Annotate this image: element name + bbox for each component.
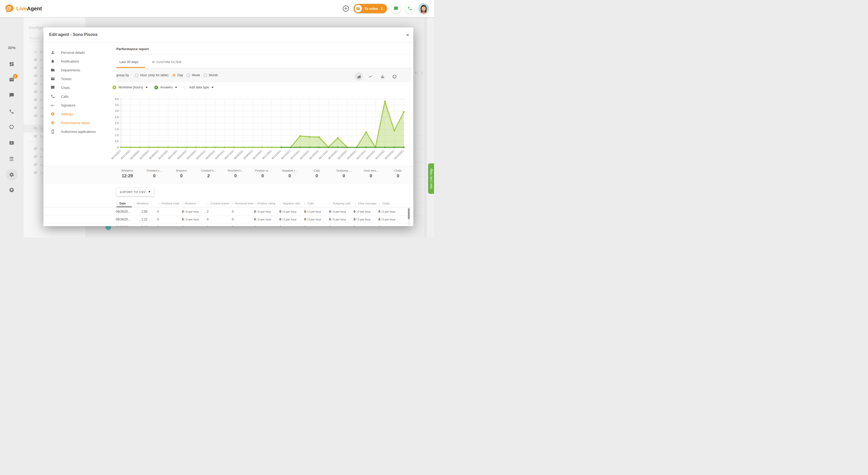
add-series-icon[interactable] [184,86,187,89]
area-chart-button[interactable] [354,72,363,81]
rail-item-star[interactable] [9,187,14,193]
column-header-date[interactable]: Date [119,202,126,205]
phone-icon [51,94,55,98]
phone-icon [408,6,412,11]
radio-hour-only-for-table-[interactable] [135,74,138,77]
rail-item-donut[interactable] [9,124,14,129]
menu-item-signature[interactable]: Signature [51,102,113,108]
chevron-down-icon[interactable] [146,87,148,88]
tab-custom-filter[interactable]: ⊕CUSTOM FILTER [152,60,182,64]
table-scrollbar-thumb[interactable] [408,208,410,219]
table-row[interactable]: 06/23/20...3:4800 / 0 per hour000 / 0 pe… [43,223,413,226]
chip-label-answers[interactable]: Answers [160,86,173,89]
search-input[interactable]: Search ... [29,36,44,40]
column-header-chat-message[interactable]: Chat message [358,202,376,205]
performance-chart[interactable]: 4.03.53.02.52.01.51.00.5005/26/202105/27… [111,97,410,164]
rail-item-bank[interactable] [9,156,14,161]
chat-icon [394,6,398,11]
rail-item-chat[interactable] [9,93,14,98]
menu-item-label: Notifications [61,59,80,63]
column-header-created-tickets[interactable]: Created tickets [210,202,229,205]
radio-week[interactable] [187,74,190,77]
column-header-resolved-ticke[interactable]: Resolved ticke [235,202,254,205]
sort-toggle-icon[interactable]: ↑↓ [279,202,280,205]
column-header-worktime[interactable]: Worktime [136,202,148,205]
menu-item-notifications[interactable]: Notifications [51,58,113,65]
stat-label: Worktime [114,169,141,172]
table-row[interactable]: 06/24/20...1:2200 / 0 per hour000 / 0 pe… [43,216,413,223]
column-header-answers[interactable]: Answers [185,202,196,205]
table-cell: 0 / 0 per hour [182,210,199,214]
rail-item-gear[interactable] [9,172,14,177]
close-icon[interactable]: ✕ [404,32,411,38]
liveagent-logo[interactable]: @ LiveAgent [5,4,42,13]
radio-label[interactable]: Hour (only for table) [140,73,168,77]
column-header-outgoing-calls[interactable]: Outgoing calls [333,202,351,205]
column-header-negative-ratin[interactable]: Negative ratin [283,202,300,205]
stat-chat-mes-: Chat mes...0 [358,166,384,183]
sort-toggle-icon[interactable]: ↑↓ [254,202,255,205]
svg-text:4.0: 4.0 [115,97,119,100]
menu-item-settings[interactable]: Settings [51,110,113,117]
sort-toggle-icon[interactable]: ↑↓ [329,202,330,205]
user-avatar[interactable] [418,3,429,14]
table-header: ↓Date↑↓Worktime↑↓Finished chats↑↓Answers… [43,200,411,207]
table-cell: 0 / 0 per hour [353,218,371,221]
radio-label[interactable]: Week [192,73,200,77]
menu-item-authorized-applications[interactable]: Authorized applications [51,128,113,135]
stat-chats: Chats0 [384,166,411,183]
menu-item-chats[interactable]: Chats [51,84,113,91]
column-header-finished-chats[interactable]: Finished chats [161,202,180,205]
chevron-down-icon[interactable] [175,87,177,88]
tab-last-30-days[interactable]: Last 30 days [119,60,138,64]
table-cell: 0 / 0 per hour [279,210,297,214]
sort-toggle-icon[interactable]: ↑↓ [354,202,356,205]
sort-toggle-icon[interactable]: ↑↓ [304,202,305,205]
bar-chart-button[interactable] [378,72,387,81]
stat-answers: Answers0 [168,166,195,183]
rail-item-dashboard[interactable] [9,62,14,67]
radio-month[interactable] [204,74,207,77]
menu-item-departments[interactable]: Departments [51,67,113,73]
sort-desc-icon[interactable]: ↓ [116,202,117,205]
table-cell: 0 / 0 per hour [329,218,346,221]
calls-button[interactable] [405,4,415,13]
chip-label-add-data-type[interactable]: Add data type [189,86,209,89]
rail-item-contact-card[interactable] [9,140,14,146]
get-live-help-button[interactable]: Get Live Help [428,163,434,194]
rail-item-phone[interactable] [9,109,14,114]
menu-item-calls[interactable]: Calls [51,93,113,100]
sort-toggle-icon[interactable]: ↑↓ [207,202,208,205]
chip-label-worktime-hours-[interactable]: Worktime (hours) [118,86,143,89]
column-header-calls[interactable]: Calls [308,202,314,205]
export-to-csv-button[interactable]: EXPORT TO CSV [116,188,154,196]
stat-value: 0 [141,173,168,179]
sort-toggle-icon[interactable]: ↑↓ [158,202,159,205]
stat-created-ti-: Created ti...2 [195,166,222,183]
svg-text:06/17/2021: 06/17/2021 [318,149,329,160]
sort-toggle-icon[interactable]: ↑↓ [182,202,183,205]
line-chart-button[interactable] [366,72,375,81]
menu-item-tickets[interactable]: Tickets [51,75,113,82]
radio-label[interactable]: Month [209,73,218,77]
remove-series-icon[interactable]: ✕ [113,86,116,89]
menu-item-performance-report[interactable]: Performance report [51,119,113,126]
table-row[interactable]: 06/25/20...2:5500 / 0 per hour200 / 0 pe… [43,208,413,216]
stat-value: 0 [249,173,276,179]
column-header-positive-rating[interactable]: Positive rating [257,202,275,205]
person-icon [51,51,55,55]
svg-text:2.5: 2.5 [115,116,119,119]
menu-item-personal-details[interactable]: Personal details [51,49,113,56]
sort-toggle-icon[interactable]: ↑↓ [133,202,134,205]
chats-button[interactable] [391,4,401,13]
sort-toggle-icon[interactable]: ↑↓ [232,202,233,205]
remove-series-icon[interactable]: ✕ [154,86,158,89]
radio-day[interactable] [172,74,176,77]
add-new-button[interactable] [342,5,349,12]
chevron-down-icon[interactable] [212,87,214,88]
donut-chart-button[interactable] [390,72,399,81]
to-solve-button[interactable]: To solve 1 [353,4,387,13]
sort-toggle-icon[interactable]: ↑↓ [379,202,380,205]
radio-label[interactable]: Day [177,73,183,77]
column-header-chats[interactable]: Chats [382,202,390,205]
